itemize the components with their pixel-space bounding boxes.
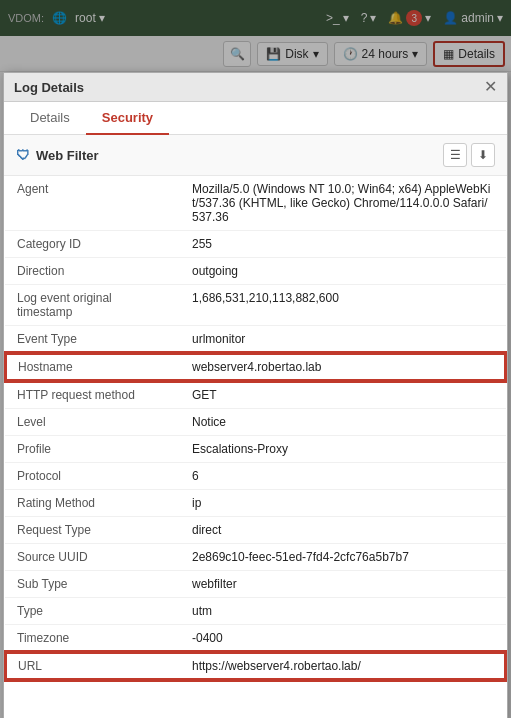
field-value: urlmonitor	[180, 326, 506, 354]
table-row: Source UUID2e869c10-feec-51ed-7fd4-2cfc7…	[5, 544, 506, 571]
field-value: Escalations-Proxy	[180, 436, 506, 463]
download-button[interactable]: ⬇	[471, 143, 495, 167]
data-table: AgentMozilla/5.0 (Windows NT 10.0; Win64…	[4, 176, 507, 681]
field-label: Request Type	[5, 517, 180, 544]
field-label: Timezone	[5, 625, 180, 653]
field-value: Notice	[180, 409, 506, 436]
table-row: Log event original timestamp1,686,531,21…	[5, 285, 506, 326]
field-value: direct	[180, 517, 506, 544]
field-label: Hostname	[5, 353, 180, 381]
shield-icon: 🛡	[16, 147, 30, 163]
field-value: -0400	[180, 625, 506, 653]
field-label: Log event original timestamp	[5, 285, 180, 326]
modal-overlay: Log Details ✕ Details Security 🛡 Web Fil…	[0, 0, 511, 718]
section-title: 🛡 Web Filter	[16, 147, 99, 163]
modal-close-button[interactable]: ✕	[484, 79, 497, 95]
tab-security[interactable]: Security	[86, 102, 169, 135]
field-label: URL	[5, 652, 180, 680]
modal-header: Log Details ✕	[4, 73, 507, 102]
field-label: Sub Type	[5, 571, 180, 598]
field-value: ip	[180, 490, 506, 517]
table-row: HTTP request methodGET	[5, 381, 506, 409]
table-row: Category ID255	[5, 231, 506, 258]
list-view-button[interactable]: ☰	[443, 143, 467, 167]
field-label: Category ID	[5, 231, 180, 258]
field-value: outgoing	[180, 258, 506, 285]
field-label: Source UUID	[5, 544, 180, 571]
field-value: 2e869c10-feec-51ed-7fd4-2cfc76a5b7b7	[180, 544, 506, 571]
section-icons: ☰ ⬇	[443, 143, 495, 167]
table-row: AgentMozilla/5.0 (Windows NT 10.0; Win64…	[5, 176, 506, 231]
table-row: Rating Methodip	[5, 490, 506, 517]
tab-details[interactable]: Details	[14, 102, 86, 135]
field-label: Protocol	[5, 463, 180, 490]
field-label: Type	[5, 598, 180, 625]
section-header: 🛡 Web Filter ☰ ⬇	[4, 135, 507, 176]
table-row: Sub Typewebfilter	[5, 571, 506, 598]
field-value: https://webserver4.robertao.lab/	[180, 652, 506, 680]
log-details-modal: Log Details ✕ Details Security 🛡 Web Fil…	[3, 72, 508, 718]
field-label: Level	[5, 409, 180, 436]
table-row: Hostnamewebserver4.robertao.lab	[5, 353, 506, 381]
field-label: Profile	[5, 436, 180, 463]
field-label: Rating Method	[5, 490, 180, 517]
field-label: Direction	[5, 258, 180, 285]
field-value: 1,686,531,210,113,882,600	[180, 285, 506, 326]
modal-content: 🛡 Web Filter ☰ ⬇ AgentMozilla/5.0 (Windo…	[4, 135, 507, 718]
field-value: webfilter	[180, 571, 506, 598]
download-icon: ⬇	[478, 148, 488, 162]
field-value: 255	[180, 231, 506, 258]
table-row: Timezone-0400	[5, 625, 506, 653]
field-label: Event Type	[5, 326, 180, 354]
field-label: Agent	[5, 176, 180, 231]
list-icon: ☰	[450, 148, 461, 162]
field-value: 6	[180, 463, 506, 490]
table-row: ProfileEscalations-Proxy	[5, 436, 506, 463]
table-row: Protocol6	[5, 463, 506, 490]
field-value: GET	[180, 381, 506, 409]
field-value: webserver4.robertao.lab	[180, 353, 506, 381]
field-value: Mozilla/5.0 (Windows NT 10.0; Win64; x64…	[180, 176, 506, 231]
table-row: LevelNotice	[5, 409, 506, 436]
modal-title: Log Details	[14, 80, 84, 95]
field-value: utm	[180, 598, 506, 625]
table-row: URLhttps://webserver4.robertao.lab/	[5, 652, 506, 680]
table-row: Typeutm	[5, 598, 506, 625]
table-row: Request Typedirect	[5, 517, 506, 544]
table-row: Event Typeurlmonitor	[5, 326, 506, 354]
field-label: HTTP request method	[5, 381, 180, 409]
tabs-container: Details Security	[4, 102, 507, 135]
table-row: Directionoutgoing	[5, 258, 506, 285]
